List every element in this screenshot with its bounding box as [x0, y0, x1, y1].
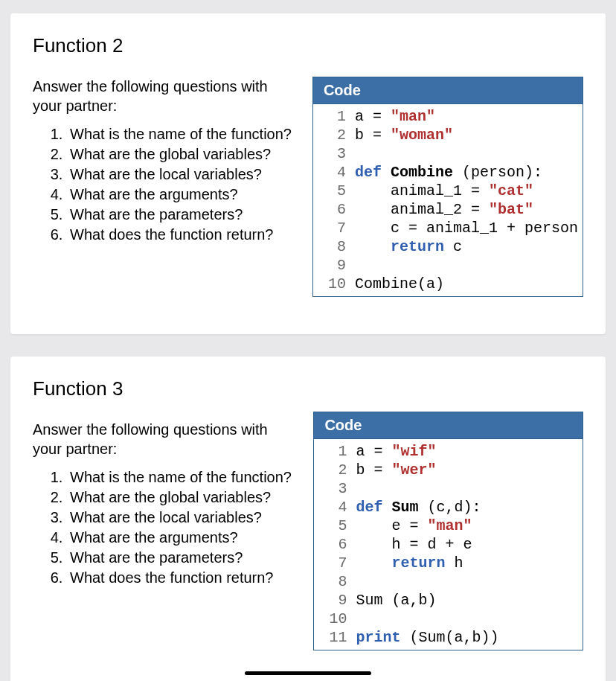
code-header: Code	[314, 412, 583, 439]
code-box: Code 1 2 3 4 5 6 7 8 9 10 11 a = "wif" b…	[313, 412, 583, 650]
question-item: What are the local variables?	[67, 164, 298, 185]
spacer	[313, 377, 583, 412]
question-item: What does the function return?	[67, 568, 298, 588]
section-title: Function 3	[33, 377, 298, 400]
question-item: What are the global variables?	[67, 487, 298, 508]
home-indicator	[245, 671, 371, 675]
section-title: Function 2	[33, 34, 583, 57]
intro-text: Answer the following questions with your…	[33, 77, 298, 115]
code-header: Code	[313, 77, 583, 104]
question-item: What is the name of the function?	[67, 124, 298, 144]
section-row: Function 3 Answer the following question…	[33, 377, 583, 650]
section-row: Answer the following questions with your…	[33, 77, 583, 297]
line-gutter: 1 2 3 4 5 6 7 8 9 10	[313, 104, 350, 296]
question-item: What are the local variables?	[67, 508, 298, 528]
questions-column: Answer the following questions with your…	[33, 77, 298, 297]
question-item: What are the parameters?	[67, 548, 298, 568]
code-column: Code 1 2 3 4 5 6 7 8 9 10 a = "man" b = …	[312, 77, 583, 297]
questions-column: Function 3 Answer the following question…	[33, 377, 298, 650]
intro-text: Answer the following questions with your…	[33, 420, 298, 458]
question-item: What is the name of the function?	[67, 467, 298, 487]
function-3-card: Function 3 Answer the following question…	[10, 357, 606, 681]
question-item: What are the parameters?	[67, 205, 298, 225]
question-list: What is the name of the function? What a…	[33, 124, 298, 245]
code-column: Code 1 2 3 4 5 6 7 8 9 10 11 a = "wif" b…	[313, 377, 583, 650]
code-box: Code 1 2 3 4 5 6 7 8 9 10 a = "man" b = …	[312, 77, 583, 297]
question-item: What are the arguments?	[67, 185, 298, 205]
line-gutter: 1 2 3 4 5 6 7 8 9 10 11	[314, 439, 351, 650]
code-lines: a = "wif" b = "wer" def Sum (c,d): e = "…	[351, 439, 503, 650]
question-list: What is the name of the function? What a…	[33, 467, 298, 588]
code-lines: a = "man" b = "woman" def Combine (perso…	[350, 104, 583, 296]
question-item: What does the function return?	[67, 225, 298, 245]
code-body: 1 2 3 4 5 6 7 8 9 10 a = "man" b = "woma…	[313, 104, 583, 296]
question-item: What are the arguments?	[67, 528, 298, 548]
function-2-card: Function 2 Answer the following question…	[10, 13, 606, 334]
question-item: What are the global variables?	[67, 144, 298, 164]
code-body: 1 2 3 4 5 6 7 8 9 10 11 a = "wif" b = "w…	[314, 439, 583, 650]
